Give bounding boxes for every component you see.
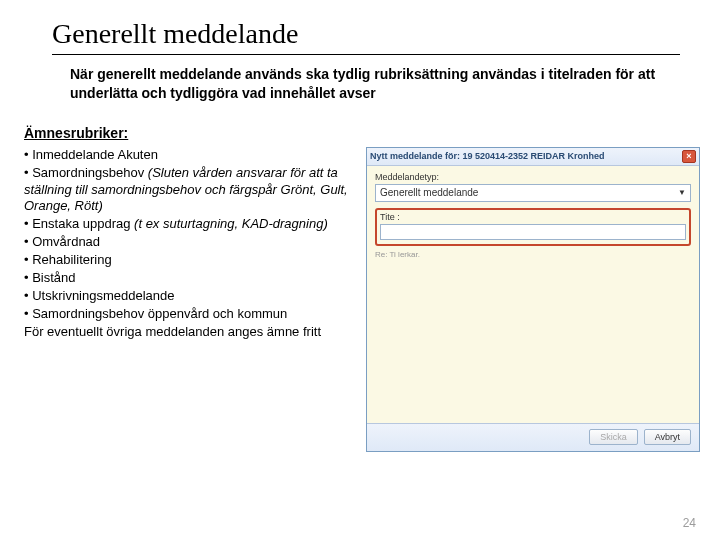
send-button[interactable]: Skicka [589, 429, 638, 445]
message-type-select[interactable]: Generellt meddelande ▼ [375, 184, 691, 202]
list-item: • Rehabilitering [24, 252, 356, 269]
dialog-title: Nytt meddelande för: 19 520414-2352 REID… [370, 151, 605, 161]
list-item: • Samordningsbehov öppenvård och kommun [24, 306, 356, 323]
message-type-label: Meddelandetyp: [375, 172, 691, 182]
cancel-button[interactable]: Avbryt [644, 429, 691, 445]
slide-title: Generellt meddelande [52, 18, 680, 55]
intro-text: När generellt meddelande används ska tyd… [70, 65, 670, 103]
message-body-textarea[interactable] [375, 259, 691, 423]
list-item: • Utskrivningsmeddelande [24, 288, 356, 305]
bullet-list: • Inmeddelande Akuten • Samordningsbehov… [20, 147, 356, 452]
title-field-highlight: Tite : [375, 208, 691, 246]
list-item: • Samordningsbehov (Sluten vården ansvar… [24, 165, 356, 216]
page-number: 24 [683, 516, 696, 530]
dialog-footer: Skicka Avbryt [367, 423, 699, 451]
title-input[interactable] [380, 224, 686, 240]
chevron-down-icon: ▼ [678, 188, 686, 197]
list-item: • Enstaka uppdrag (t ex suturtagning, KA… [24, 216, 356, 233]
subject-headings-label: Ämnesrubriker: [24, 125, 700, 141]
list-item-paren: (t ex suturtagning, KAD-dragning) [134, 216, 328, 231]
list-item: • Bistånd [24, 270, 356, 287]
message-type-value: Generellt meddelande [380, 187, 478, 198]
close-icon[interactable]: × [682, 150, 696, 163]
list-item-label: • Samordningsbehov [24, 165, 148, 180]
message-dialog: Nytt meddelande för: 19 520414-2352 REID… [366, 147, 700, 452]
title-hint: Re: Ti lerkar. [375, 250, 691, 259]
dialog-titlebar: Nytt meddelande för: 19 520414-2352 REID… [367, 148, 699, 166]
title-label: Tite : [380, 212, 686, 222]
list-item: • Omvårdnad [24, 234, 356, 251]
list-item-label: • Enstaka uppdrag [24, 216, 134, 231]
list-tail-note: För eventuellt övriga meddelanden anges … [24, 324, 356, 341]
list-item: • Inmeddelande Akuten [24, 147, 356, 164]
